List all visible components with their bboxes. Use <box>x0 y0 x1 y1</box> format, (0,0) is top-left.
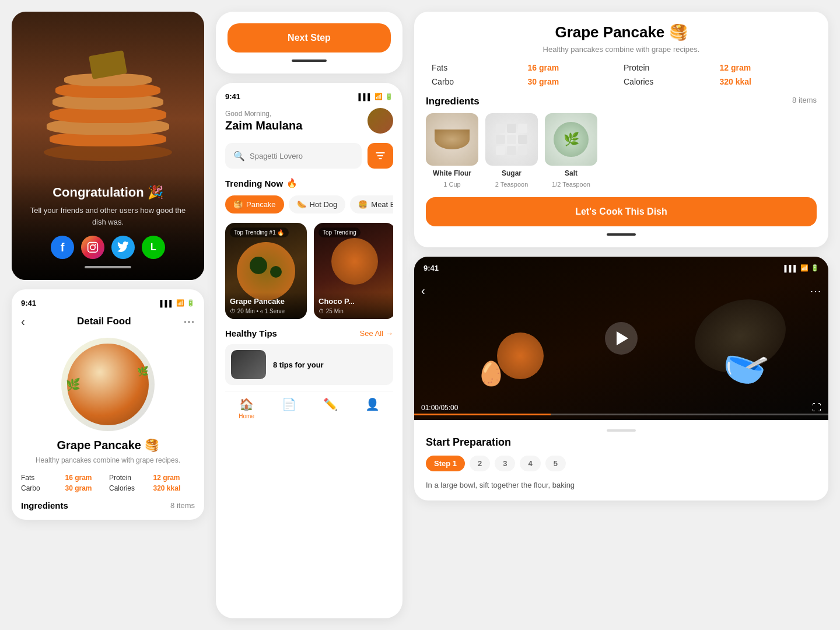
step-3-button[interactable]: 3 <box>495 456 515 471</box>
food-card-0[interactable]: Top Trending #1 🔥 Grape Pancake ⏱ 20 Min… <box>225 223 307 319</box>
twitter-icon[interactable] <box>111 236 135 259</box>
fire-icon: 🔥 <box>286 178 298 188</box>
recipe-description: Healthy pancakes combine with grape reci… <box>426 45 817 54</box>
video-progress-fill <box>414 414 551 415</box>
progress-indicator <box>85 266 131 268</box>
cook-dish-button[interactable]: Let's Cook This Dish <box>426 197 817 226</box>
video-container[interactable]: 🥣 🥚 9:41 ▌▌▌ 📶 🔋 ‹ ⋯ <box>414 257 828 420</box>
back-button[interactable]: ‹ <box>21 315 25 328</box>
more-options-button[interactable]: ⋯ <box>183 314 195 328</box>
pancake-icon: 🥞 <box>233 200 243 209</box>
ingredients-header: Ingredients 8 items <box>21 501 195 510</box>
recipe-detail-card: Grape Pancake 🥞 Healthy pancakes combine… <box>414 12 828 247</box>
instagram-icon[interactable] <box>81 236 104 259</box>
food-card-info-0: Grape Pancake ⏱ 20 Min • ⊙ 1 Serve <box>225 292 307 319</box>
line-icon[interactable]: L <box>142 236 165 259</box>
r-carbo-label: Carbo <box>432 77 523 86</box>
food-description: Healthy pancakes combine with grape reci… <box>21 456 195 466</box>
video-progress-bar-bottom <box>607 233 636 236</box>
filter-button[interactable] <box>368 143 393 169</box>
video-controls-bar: ‹ ⋯ <box>414 279 828 303</box>
step-2-button[interactable]: 2 <box>470 456 490 471</box>
burger-icon: 🍔 <box>358 200 368 209</box>
r-fats-value: 16 gram <box>528 63 620 72</box>
r-protein-value: 12 gram <box>720 63 811 72</box>
search-row: 🔍 <box>225 143 393 169</box>
user-name: Zaim Maulana <box>225 119 302 132</box>
video-back-button[interactable]: ‹ <box>421 284 425 298</box>
sugar-image <box>485 113 538 166</box>
category-label-hotdog: Hot Dog <box>310 200 338 209</box>
ingredient-sugar: Sugar 2 Teaspoon <box>485 113 538 188</box>
r-fats-label: Fats <box>432 63 523 72</box>
salt-name: Salt <box>565 169 578 177</box>
panel-drag-handle <box>607 429 636 432</box>
food-badge-0: Top Trending #1 🔥 <box>230 228 289 237</box>
next-step-button[interactable]: Next Step <box>228 23 391 52</box>
video-time: 9:41 <box>424 264 439 272</box>
detail-food-card: 9:41 ▌▌▌ 📶 🔋 ‹ Detail Food ⋯ 🌿 🌿 Grape P… <box>12 289 204 520</box>
flour-amount: 1 Cup <box>443 181 460 188</box>
step-4-button[interactable]: 4 <box>520 456 540 471</box>
app-signal-icon: ▌▌▌ <box>359 93 372 100</box>
edit-icon: ✏️ <box>323 397 338 411</box>
video-play-button[interactable] <box>605 322 638 355</box>
ingredients-title: Ingredients <box>21 501 68 510</box>
see-all-button[interactable]: See All → <box>360 329 393 338</box>
category-pancake[interactable]: 🥞 Pancake <box>225 195 284 214</box>
category-hotdog[interactable]: 🌭 Hot Dog <box>289 195 346 214</box>
app-time: 9:41 <box>225 92 240 101</box>
video-more-button[interactable]: ⋯ <box>810 284 821 298</box>
recipe-title: Grape Pancake 🥞 <box>426 23 817 41</box>
nav-recipe[interactable]: 📄 <box>282 397 296 419</box>
battery-icon: 🔋 <box>187 299 195 307</box>
carbo-label: Carbo <box>21 484 63 492</box>
category-meatburg[interactable]: 🍔 Meat Burg... <box>350 195 393 214</box>
user-avatar[interactable] <box>368 108 393 134</box>
serve-icon: ⊙ <box>260 308 263 314</box>
video-timestamp: 01:00/05:00 <box>421 404 458 412</box>
hotdog-icon: 🌭 <box>297 200 306 209</box>
search-input[interactable] <box>250 152 354 160</box>
food-card-1[interactable]: Top Trending Choco P... ⏱ 25 Min <box>314 223 393 319</box>
sugar-name: Sugar <box>502 169 522 177</box>
r-protein-label: Protein <box>624 63 715 72</box>
video-overlay: 9:41 ▌▌▌ 📶 🔋 ‹ ⋯ 01:00/05:00 <box>414 257 828 420</box>
left-column: Congratulation 🎉 Tell your friends and o… <box>12 12 204 618</box>
nav-row: ‹ Detail Food ⋯ <box>21 314 195 328</box>
food-card-name-0: Grape Pancake <box>230 297 302 306</box>
profile-icon: 👤 <box>365 397 380 411</box>
video-info-panel: Start Preparation Step 1 2 3 4 5 In a la <box>414 420 828 501</box>
nav-edit[interactable]: ✏️ <box>323 397 338 419</box>
ingredients-count: 8 items <box>170 501 195 510</box>
salt-amount: 1/2 Teaspoon <box>552 181 590 188</box>
congrats-subtitle: Tell your friends and other users how go… <box>23 205 192 228</box>
step-5-button[interactable]: 5 <box>545 456 566 471</box>
food-card-info-1: Choco P... ⏱ 25 Min <box>314 292 393 319</box>
video-top-bar: 9:41 ▌▌▌ 📶 🔋 <box>414 257 828 279</box>
healthy-tips-title: Healthy Tips <box>225 328 277 338</box>
search-input-wrap[interactable]: 🔍 <box>225 143 362 169</box>
prep-instructions: In a large bowl, sift together the flour… <box>426 480 817 491</box>
video-progress-line[interactable] <box>414 414 828 415</box>
fullscreen-icon[interactable]: ⛶ <box>812 402 821 413</box>
nav-home[interactable]: 🏠 Home <box>239 397 254 419</box>
food-badge-1: Top Trending <box>318 228 360 237</box>
nav-profile[interactable]: 👤 <box>365 397 380 419</box>
app-wifi-icon: 📶 <box>374 93 383 100</box>
step-1-button[interactable]: Step 1 <box>426 456 465 471</box>
category-label-pancake: Pancake <box>246 200 276 209</box>
app-header-row: Good Morning, Zaim Maulana <box>225 108 393 134</box>
video-bottom-controls: 01:00/05:00 ⛶ <box>421 402 821 413</box>
flour-image <box>426 113 478 166</box>
category-label-meatburg: Meat Burg... <box>371 200 393 209</box>
ingredients-section-header: Ingredients 8 items <box>426 96 817 107</box>
social-icons-row: f L <box>23 236 192 259</box>
facebook-icon[interactable]: f <box>51 236 74 259</box>
trending-title: Trending Now 🔥 <box>225 178 393 188</box>
tips-card[interactable]: 8 tips for your <box>225 344 393 385</box>
nutrition-grid: Fats 16 gram Protein 12 gram Carbo 30 gr… <box>21 474 195 492</box>
food-card-name-1: Choco P... <box>318 297 391 306</box>
recipe-nutrition-table: Fats 16 gram Protein 12 gram Carbo 30 gr… <box>426 63 817 86</box>
food-title: Grape Pancake 🥞 <box>21 438 195 452</box>
